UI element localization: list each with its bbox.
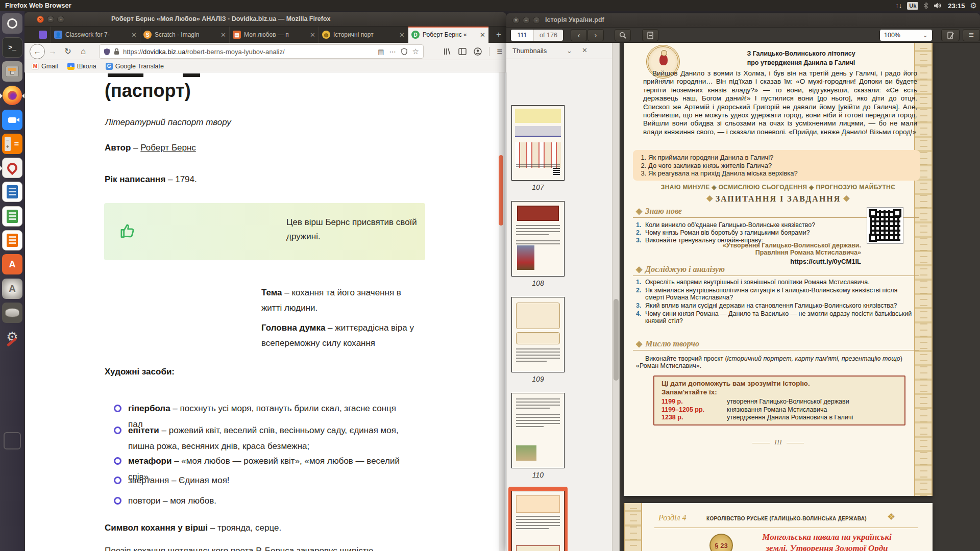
- close-button[interactable]: ✕: [512, 17, 520, 24]
- home-button[interactable]: ⌂: [76, 47, 91, 56]
- zoom-select[interactable]: 100%⌄: [879, 29, 933, 41]
- url-text[interactable]: https://dovidka.biz.ua/robert-berns-moya…: [123, 48, 285, 56]
- dock-file-cabinet-icon[interactable]: [2, 61, 22, 82]
- tab-istorychni[interactable]: ◍ Історичні порт ✕: [319, 27, 408, 43]
- list-item: 4.Чому сини князя Романа — Данило та Вас…: [636, 310, 916, 324]
- network-traffic-icon[interactable]: ↑↓: [895, 0, 902, 11]
- thumbnail-page-109[interactable]: 109: [511, 297, 565, 383]
- bookmark-gmail[interactable]: MGmail: [32, 63, 58, 70]
- tab-classwork[interactable]: 👤 Classwork for 7- ✕: [51, 27, 140, 43]
- year-line: Рік написання – 1794.: [105, 174, 197, 185]
- dock-libreoffice-calc-icon[interactable]: [2, 206, 22, 227]
- author-line: Автор – Роберт Бернс: [105, 143, 196, 153]
- thumbnail-page-111-selected[interactable]: 111: [511, 491, 565, 551]
- tab-close-icon[interactable]: ✕: [127, 31, 137, 39]
- session-gear-icon[interactable]: ⚙: [970, 0, 977, 11]
- maximize-button[interactable]: ▫: [57, 16, 64, 23]
- volume-icon[interactable]: [934, 2, 943, 9]
- tab-moya-lyubov[interactable]: ▤ Моя любов — п ✕: [230, 27, 319, 43]
- shield-icon[interactable]: [104, 48, 110, 56]
- dock-libreoffice-writer-icon[interactable]: [2, 182, 22, 202]
- tab-close-icon[interactable]: ✕: [395, 31, 405, 39]
- dock-zoom-icon[interactable]: [2, 110, 22, 130]
- clock[interactable]: 23:15: [948, 2, 965, 10]
- tab-close-icon[interactable]: ✕: [216, 31, 226, 39]
- page-number-control[interactable]: 111 of 176: [510, 29, 564, 41]
- close-button[interactable]: ✕: [37, 16, 44, 23]
- reader-mode-icon[interactable]: ▤: [378, 48, 384, 56]
- chapter-ornament-icon: ❖: [887, 511, 895, 522]
- sidebar-scrollbar-thumb[interactable]: [614, 299, 619, 381]
- tab-close-icon[interactable]: ✕: [306, 31, 315, 39]
- dock-terminal-icon[interactable]: >_: [2, 37, 22, 58]
- sidebar-mode-label[interactable]: Thumbnails: [512, 47, 547, 55]
- thumbnail-page-110[interactable]: 110: [511, 393, 565, 479]
- thumbnails-sidebar: Thumbnails ⌄ ✕ 107 108 109 110: [506, 43, 612, 551]
- keyboard-layout-indicator[interactable]: Uk: [907, 2, 918, 10]
- previous-page-button[interactable]: ‹: [571, 29, 587, 41]
- tab-scratch[interactable]: S Scratch - Imagin ✕: [140, 27, 230, 43]
- back-button[interactable]: ←: [30, 44, 45, 59]
- annotations-button[interactable]: [642, 29, 658, 41]
- account-icon[interactable]: [474, 47, 482, 56]
- dock-calculator-icon[interactable]: −+=: [2, 134, 22, 154]
- tab-close-icon[interactable]: ✕: [476, 31, 485, 39]
- page-actions-icon[interactable]: ⋯: [389, 48, 396, 56]
- question-item: Як приймали городяни Данила в Галичі?: [648, 154, 913, 162]
- callout-box: Цев вірш Бернс присвятив своїй дружині.: [104, 203, 425, 260]
- clipped-heading-fragment: [108, 73, 143, 77]
- dock-libreoffice-impress-icon[interactable]: [2, 230, 22, 251]
- maximize-button[interactable]: ▫: [533, 17, 540, 24]
- page-pencil-icon: [947, 32, 954, 39]
- minimize-button[interactable]: −: [523, 17, 530, 24]
- tab-robert-berns-active[interactable]: D Роберт Бернс « ✕: [408, 27, 489, 43]
- firefox-scrollbar-thumb[interactable]: [499, 155, 503, 226]
- list-item: 1.Окресліть напрями внутрішньої і зовніш…: [636, 279, 916, 286]
- dock-ubuntu-software-icon[interactable]: A: [2, 254, 22, 274]
- search-button[interactable]: [615, 29, 631, 41]
- page-number-input[interactable]: 111: [511, 30, 533, 41]
- dock-firefox-icon[interactable]: [2, 85, 22, 106]
- thumbnail-page-107[interactable]: 107: [511, 105, 565, 191]
- pdf-viewer-window: ✕ − ▫ Історія України.pdf 111 of 176 ‹ ›…: [506, 13, 980, 551]
- pdf-titlebar[interactable]: ✕ − ▫ Історія України.pdf: [506, 13, 980, 28]
- sidebar-dropdown-caret[interactable]: ⌄: [567, 47, 572, 55]
- url-bar[interactable]: https://dovidka.biz.ua/robert-berns-moya…: [99, 44, 424, 59]
- sidebar-toggle-icon[interactable]: [458, 48, 467, 55]
- firefox-titlebar[interactable]: ✕ − ▫ Роберт Бернс «Моя Любов» АНАЛІЗ - …: [24, 12, 506, 27]
- firefox-scrollbar[interactable]: [499, 72, 505, 551]
- dock-trash-icon[interactable]: [2, 431, 22, 451]
- paragraph-seal-badge: § 23: [709, 534, 733, 551]
- sidebar-scrollbar[interactable]: [612, 43, 620, 551]
- pdf-menu-button[interactable]: ≡: [963, 29, 980, 41]
- dock-disks-icon[interactable]: [2, 303, 22, 323]
- bookmark-star-icon[interactable]: ☆: [412, 47, 419, 56]
- window-title: Роберт Бернс «Моя Любов» АНАЛІЗ - Dovidk…: [111, 15, 331, 22]
- minimize-button[interactable]: −: [47, 16, 54, 23]
- thumbnail-page-108[interactable]: 108: [511, 201, 565, 287]
- dock-app-emblem-icon[interactable]: A: [2, 279, 22, 299]
- list-item: повтори – моя любов.: [106, 493, 412, 509]
- reload-button[interactable]: ↻: [60, 46, 76, 56]
- forward-button[interactable]: →: [45, 47, 60, 56]
- edit-annotation-button[interactable]: [941, 29, 960, 41]
- bookmarks-bar: MGmail ▪Школа GGoogle Translate: [24, 60, 506, 72]
- dock-document-viewer-icon[interactable]: [2, 158, 22, 178]
- bookmark-shkola[interactable]: ▪Школа: [67, 63, 96, 70]
- bookmark-google-translate[interactable]: GGoogle Translate: [106, 63, 164, 70]
- exercise-url[interactable]: https://cutt.ly/0yCM1IL: [790, 258, 861, 265]
- author-link[interactable]: Роберт Бернс: [140, 143, 196, 153]
- dock-ubuntu-button[interactable]: [2, 13, 22, 34]
- bluetooth-icon[interactable]: [923, 2, 928, 9]
- menu-hamburger-icon[interactable]: ≡: [497, 46, 502, 57]
- protection-shield-icon[interactable]: [401, 48, 407, 55]
- sidebar-close-icon[interactable]: ✕: [582, 46, 587, 54]
- library-icon[interactable]: [443, 47, 451, 56]
- date-row: 1199–1205 рр.князювання Романа Мстислави…: [662, 406, 897, 414]
- new-tab-button[interactable]: +: [492, 29, 505, 41]
- clipped-heading-fragment: [183, 73, 200, 77]
- page-count-label: of 176: [533, 30, 563, 41]
- next-page-button[interactable]: ›: [587, 29, 604, 41]
- pinned-tab[interactable]: [35, 27, 51, 43]
- dock-system-tools-icon[interactable]: ⚙: [2, 327, 22, 347]
